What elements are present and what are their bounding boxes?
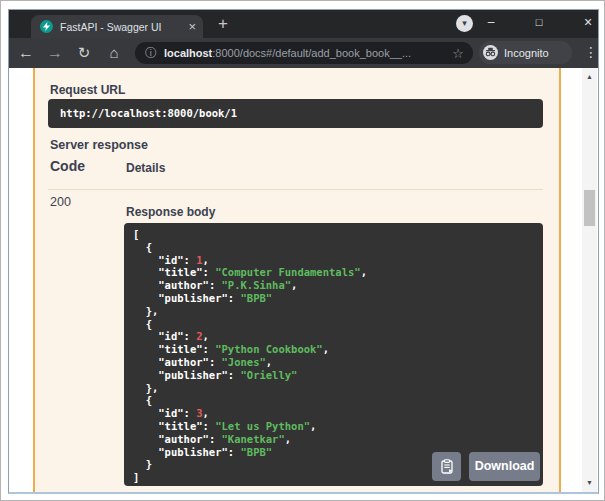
request-url-label: Request URL	[50, 83, 125, 97]
bookmark-star-icon[interactable]: ☆	[452, 46, 464, 61]
window-maximize-button[interactable]: □	[524, 10, 554, 36]
reload-button[interactable]: ↻	[71, 40, 97, 66]
scrollbar-thumb[interactable]	[584, 190, 595, 226]
tab-strip: FastAPI - Swagger UI × + ▾ – □ ×	[9, 10, 598, 38]
tab-title: FastAPI - Swagger UI	[60, 21, 184, 33]
incognito-icon	[483, 45, 498, 60]
response-body-block: [ { "id": 1, "title": "Computer Fundamen…	[124, 223, 543, 486]
address-bar[interactable]: ⓘ localhost:8000/docs#/default/add_book_…	[135, 42, 473, 64]
tab-search-button[interactable]: ▾	[456, 15, 473, 32]
status-code: 200	[50, 195, 71, 209]
scrollbar-up-icon[interactable]: ▲	[582, 70, 597, 84]
scrollbar-down-icon[interactable]: ▼	[582, 476, 597, 490]
browser-window: FastAPI - Swagger UI × + ▾ – □ × ← → ↻ ⌂…	[8, 9, 599, 494]
incognito-badge: Incognito	[479, 41, 572, 64]
table-divider	[48, 189, 543, 190]
tab-close-icon[interactable]: ×	[188, 20, 196, 33]
tab-fastapi-swagger[interactable]: FastAPI - Swagger UI ×	[31, 15, 203, 38]
url-path: :8000/docs#/default/add_book_book__...	[212, 47, 411, 59]
forward-button[interactable]: →	[42, 40, 68, 66]
back-button[interactable]: ←	[13, 40, 39, 66]
download-button[interactable]: Download	[469, 452, 540, 481]
window-minimize-button[interactable]: –	[476, 10, 506, 36]
browser-toolbar: ← → ↻ ⌂ ⓘ localhost:8000/docs#/default/a…	[9, 38, 598, 68]
new-tab-button[interactable]: +	[212, 13, 234, 35]
window-close-button[interactable]: ×	[573, 10, 599, 36]
incognito-label: Incognito	[504, 47, 549, 59]
screenshot-root: { "browser": { "tab": { "title": "FastAP…	[0, 0, 605, 501]
page-scrollbar[interactable]: ▲ ▼	[582, 68, 597, 492]
copy-to-clipboard-button[interactable]	[432, 452, 461, 481]
code-column-header: Code	[50, 158, 85, 174]
request-url-value: http://localhost:8000/book/1	[48, 99, 543, 128]
page-content: Request URL http://localhost:8000/book/1…	[9, 68, 598, 492]
fastapi-favicon-icon	[40, 20, 53, 33]
response-body-label: Response body	[126, 205, 215, 219]
response-body-code: [ { "id": 1, "title": "Computer Fundamen…	[124, 223, 543, 484]
url-domain: localhost	[164, 47, 212, 59]
url-text: localhost:8000/docs#/default/add_book_bo…	[164, 47, 446, 59]
browser-menu-button[interactable]: ⋮	[583, 41, 599, 65]
server-response-heading: Server response	[50, 138, 148, 152]
home-button[interactable]: ⌂	[101, 40, 127, 66]
swagger-opblock: Request URL http://localhost:8000/book/1…	[33, 68, 561, 492]
page-info-icon[interactable]: ⓘ	[145, 45, 157, 62]
details-column-header: Details	[126, 161, 165, 175]
